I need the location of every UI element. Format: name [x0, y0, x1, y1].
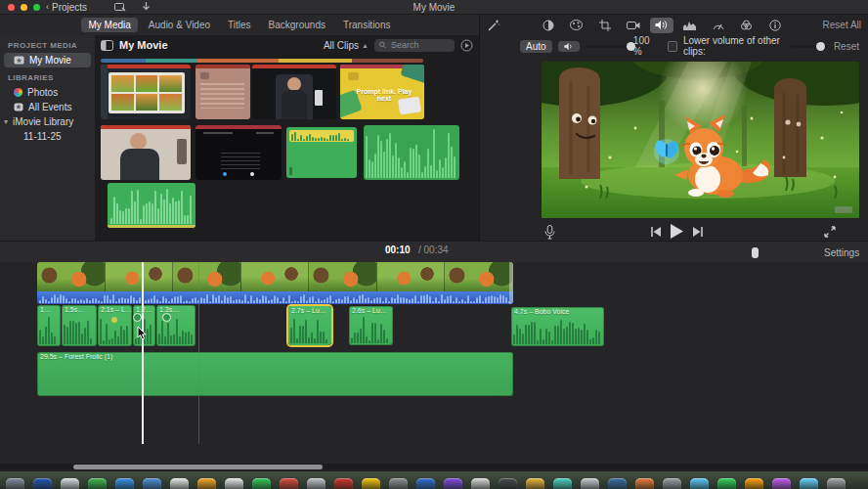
dock-app-icon[interactable] [416, 478, 435, 489]
search-input[interactable] [389, 39, 450, 51]
record-voiceover-icon[interactable] [544, 225, 555, 240]
clip-filter-dropdown[interactable]: All Clips ▲ [324, 40, 369, 51]
dock-app-icon[interactable] [307, 478, 326, 489]
search-field[interactable] [374, 39, 455, 52]
dock-app-icon[interactable] [170, 478, 189, 489]
thumbnail-presenter-video-light[interactable] [101, 125, 191, 180]
next-frame-button[interactable] [693, 227, 704, 237]
dock-app-icon[interactable] [143, 478, 161, 489]
dock-app-icon[interactable] [389, 478, 408, 489]
thumbnail-audio-clip-yellow[interactable] [286, 127, 357, 178]
sidebar-item-label: My Movie [29, 55, 71, 66]
dock-app-icon[interactable] [772, 478, 791, 489]
dock-app-icon[interactable] [800, 478, 818, 489]
dock-app-icon[interactable] [690, 478, 709, 489]
sidebar-item-all-events[interactable]: All Events [0, 100, 95, 114]
dock-app-icon[interactable] [827, 478, 846, 489]
noise-reduction-icon[interactable] [678, 18, 702, 33]
fade-handle[interactable] [133, 313, 142, 322]
all-events-icon [14, 103, 23, 111]
dock-app-icon[interactable] [115, 478, 134, 489]
volume-icon[interactable] [650, 18, 673, 33]
sidebar-item-label: All Events [28, 102, 71, 112]
color-correction-icon[interactable] [565, 18, 588, 33]
thumbnail-presenter-video-dark[interactable] [252, 65, 336, 119]
thumbnail-notes-document[interactable] [195, 65, 250, 119]
circled-arrow-icon[interactable] [460, 39, 473, 52]
dock-app-icon[interactable] [252, 478, 271, 489]
volume-slider[interactable] [586, 45, 628, 48]
scrolled-thumbnail-sliver[interactable] [101, 59, 423, 63]
dock-app-icon[interactable] [280, 478, 298, 489]
previous-frame-button[interactable] [650, 227, 661, 237]
ducking-slider[interactable] [791, 45, 828, 48]
dock-app-icon[interactable] [553, 478, 572, 489]
sidebar-item-my-movie[interactable]: My Movie [4, 53, 91, 67]
timeline-scrollbar-thumb[interactable] [73, 465, 323, 469]
audio-clip-5[interactable]: 1.3s… [156, 305, 195, 346]
speed-icon[interactable] [707, 18, 730, 33]
tab-audio-video[interactable]: Audio & Video [142, 18, 217, 32]
dock-app-icon[interactable] [663, 478, 681, 489]
color-balance-icon[interactable] [537, 18, 560, 33]
desktop-dock-strip [0, 471, 868, 489]
dock-app-icon[interactable] [444, 478, 462, 489]
dock-app-icon[interactable] [499, 478, 517, 489]
timeline-settings-button[interactable]: Settings [824, 247, 859, 258]
clip-trim-handle[interactable] [509, 262, 513, 304]
thumbnail-prompt-card[interactable]: Prompt link. Play next [340, 65, 424, 119]
sidebar-item-photos[interactable]: Photos [0, 85, 95, 100]
dock-app-icon[interactable] [6, 478, 24, 489]
reset-button[interactable]: Reset [834, 41, 859, 52]
audio-clip-1[interactable]: 1… [37, 305, 61, 346]
tab-backgrounds[interactable]: Backgrounds [262, 18, 332, 32]
window-title: My Movie [0, 2, 868, 13]
dock-app-icon[interactable] [471, 478, 490, 489]
dock-app-icon[interactable] [745, 478, 763, 489]
thumbnail-audio-clip-small[interactable] [108, 183, 195, 228]
dock-app-icon[interactable] [225, 478, 243, 489]
lower-volume-label: Lower volume of other clips: [683, 35, 785, 57]
audio-clip-7[interactable]: 2.6s – Lu… [349, 306, 393, 345]
clip-filter-icon[interactable] [735, 18, 759, 33]
thumbnail-fox-grid-video[interactable] [101, 65, 191, 119]
audio-clip-3[interactable]: 2.1s – L… [98, 305, 132, 346]
dock-app-icon[interactable] [581, 478, 599, 489]
dock-app-icon[interactable] [608, 478, 627, 489]
tab-titles[interactable]: Titles [221, 18, 258, 32]
fade-handle[interactable] [162, 313, 171, 322]
lower-volume-checkbox[interactable] [668, 41, 676, 52]
tab-my-media[interactable]: My Media [81, 18, 137, 32]
dock-app-icon[interactable] [717, 478, 736, 489]
tab-transitions[interactable]: Transitions [336, 18, 398, 32]
video-clip[interactable] [37, 262, 513, 304]
fullscreen-icon[interactable] [824, 226, 836, 238]
crop-icon[interactable] [593, 18, 617, 33]
stabilization-icon[interactable] [622, 18, 645, 33]
audio-clip-bobo-voice[interactable]: 4.7s – Bobo Voice [511, 307, 604, 346]
auto-volume-button[interactable]: Auto [520, 40, 552, 53]
thumbnail-audio-clip-waveform[interactable] [364, 125, 459, 180]
reset-all-button[interactable]: Reset All [823, 20, 861, 30]
filmstrip-frame [309, 262, 377, 291]
dock-app-icon[interactable] [33, 478, 52, 489]
audio-clip-6-selected[interactable]: 2.7s – Lu… [288, 306, 331, 345]
music-clip-forest-frolic[interactable]: 29.5s – Forest Frolic (1) [37, 352, 513, 396]
dock-app-icon[interactable] [197, 478, 216, 489]
dock-app-icon[interactable] [362, 478, 380, 489]
dock-app-icon[interactable] [526, 478, 544, 489]
sidebar-item-imovie-library[interactable]: ▾ iMovie Library [0, 114, 95, 129]
dock-app-icon[interactable] [88, 478, 107, 489]
playhead[interactable] [142, 262, 144, 444]
audio-clip-2[interactable]: 1.5s… [62, 305, 97, 346]
dock-app-icon[interactable] [635, 478, 654, 489]
mute-button[interactable] [558, 41, 580, 52]
magic-wand-icon[interactable] [488, 19, 500, 31]
dock-app-icon[interactable] [334, 478, 353, 489]
sidebar-item-event-date[interactable]: 11-11-25 [0, 129, 95, 144]
thumbnail-screen-recording[interactable] [195, 125, 282, 180]
info-icon[interactable] [763, 18, 787, 33]
sidebar-toggle-icon[interactable] [101, 40, 113, 51]
play-button[interactable] [670, 224, 683, 239]
dock-app-icon[interactable] [61, 478, 79, 489]
